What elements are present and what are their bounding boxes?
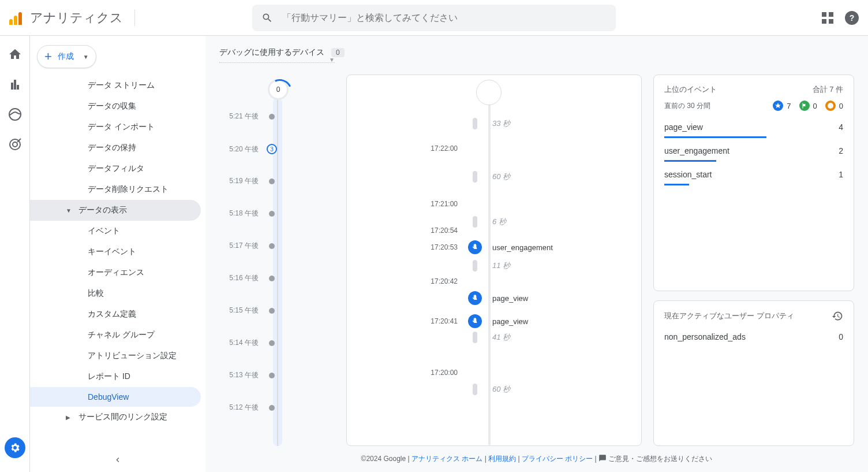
history-icon[interactable] xyxy=(832,310,843,322)
seconds-current-circle[interactable] xyxy=(476,80,502,105)
apps-icon[interactable] xyxy=(822,12,833,24)
minute-row[interactable]: 5:20 午後3 xyxy=(219,144,335,154)
minute-row[interactable]: 5:21 午後 xyxy=(219,112,335,121)
debugview-content: デバッグに使用するデバイス 0 ▼ 0 5:21 午後5:20 午後35:19 … xyxy=(205,36,868,472)
badge-events[interactable]: 7 xyxy=(773,101,791,111)
chevron-left-icon xyxy=(113,455,122,464)
divider xyxy=(134,10,135,26)
product-name: アナリティクス xyxy=(30,9,123,27)
sidebar-item[interactable]: アトリビューション設定 xyxy=(30,345,201,366)
sidebar-item[interactable]: チャネル グループ xyxy=(30,325,201,345)
sidebar-item[interactable]: オーディエンス xyxy=(30,262,201,283)
badge-errors[interactable]: 0 xyxy=(825,101,843,111)
search-container[interactable] xyxy=(252,5,616,31)
feedback-link[interactable]: ご意見・ご感想をお送りください xyxy=(608,455,712,463)
sidebar-item[interactable]: データフィルタ xyxy=(30,158,201,179)
seconds-event[interactable]: 17:20:53user_engagement xyxy=(347,240,641,254)
seconds-gap: 6 秒 xyxy=(347,216,641,228)
minute-time-label: 5:15 午後 xyxy=(219,306,265,315)
event-marker-icon xyxy=(468,314,482,328)
top-event-row[interactable]: user_engagement2 xyxy=(664,143,843,159)
minute-dot xyxy=(269,276,275,281)
explore-icon[interactable] xyxy=(8,107,22,121)
event-marker-icon xyxy=(468,291,482,305)
minute-time-label: 5:12 午後 xyxy=(219,403,265,412)
admin-gear-button[interactable] xyxy=(5,437,25,458)
sidebar-item[interactable]: レポート ID xyxy=(30,366,201,387)
minute-dot xyxy=(269,179,275,184)
footer: ©2024 Google | アナリティクス ホーム | 利用規約 | プライバ… xyxy=(219,446,854,472)
collapse-sidebar-button[interactable] xyxy=(30,449,205,472)
home-icon[interactable] xyxy=(8,47,22,61)
minute-row[interactable]: 5:15 午後 xyxy=(219,306,335,315)
sidebar-item[interactable]: データ削除リクエスト xyxy=(30,179,201,200)
sidebar-item[interactable]: DebugView xyxy=(30,387,201,407)
footer-link-privacy[interactable]: プライバシー ポリシー xyxy=(522,455,593,463)
sidebar-item[interactable]: 比較 xyxy=(30,283,201,304)
minute-row[interactable]: 5:12 午後 xyxy=(219,403,335,412)
sidebar-item-services-link[interactable]: ▶サービス間のリンク設定 xyxy=(30,407,201,428)
seconds-event[interactable]: 17:20:41page_view xyxy=(347,314,641,328)
nav-rail xyxy=(0,36,30,472)
search-icon xyxy=(261,12,273,24)
settings-sidebar: + 作成 ▼ データ ストリームデータの収集データ インポートデータの保持データ… xyxy=(30,36,205,472)
minute-dot xyxy=(269,308,275,314)
seconds-time-marker: 17:20:00 xyxy=(347,369,641,377)
minute-row[interactable]: 5:18 午後 xyxy=(219,209,335,218)
minute-dot xyxy=(269,211,275,217)
minute-current-circle[interactable]: 0 xyxy=(268,79,289,100)
chevron-right-icon: ▶ xyxy=(66,414,70,421)
minute-timeline: 0 5:21 午後5:20 午後35:19 午後5:18 午後5:17 午後5:… xyxy=(219,75,335,446)
sidebar-item[interactable]: データの保持 xyxy=(30,137,201,158)
minute-time-label: 5:14 午後 xyxy=(219,338,265,348)
plus-icon: + xyxy=(44,49,52,64)
flag-badge-icon xyxy=(799,101,810,111)
seconds-gap: 11 秒 xyxy=(347,260,641,272)
minute-time-label: 5:17 午後 xyxy=(219,241,265,251)
feedback-icon xyxy=(598,454,607,462)
sidebar-item[interactable]: データ ストリーム xyxy=(30,75,201,96)
minute-dot xyxy=(269,114,275,120)
user-property-row[interactable]: non_personalized_ads0 xyxy=(664,330,843,344)
minute-row[interactable]: 5:16 午後 xyxy=(219,273,335,283)
svg-point-3 xyxy=(828,103,833,109)
minute-row[interactable]: 5:19 午後 xyxy=(219,176,335,186)
reports-icon[interactable] xyxy=(8,77,22,91)
sidebar-item[interactable]: カスタム定義 xyxy=(30,304,201,325)
create-button[interactable]: + 作成 ▼ xyxy=(37,45,96,68)
seconds-gap: 60 秒 xyxy=(347,171,641,183)
top-events-title: 上位のイベント xyxy=(664,84,717,95)
minute-time-label: 5:13 午後 xyxy=(219,370,265,380)
top-event-row[interactable]: page_view4 xyxy=(664,119,843,135)
seconds-timeline-card: 33 秒17:22:0060 秒17:21:006 秒17:20:5417:20… xyxy=(346,75,642,446)
debug-device-dropdown[interactable]: ▼ xyxy=(219,62,335,63)
seconds-gap: 60 秒 xyxy=(347,384,641,395)
seconds-event[interactable]: page_view xyxy=(347,291,641,305)
search-input[interactable] xyxy=(282,13,607,23)
minute-time-label: 5:16 午後 xyxy=(219,273,265,283)
error-badge-icon xyxy=(825,101,836,111)
user-properties-card: 現在アクティブなユーザー プロパティ non_personalized_ads0 xyxy=(653,300,854,446)
minute-row[interactable]: 5:13 午後 xyxy=(219,370,335,380)
debug-device-label: デバッグに使用するデバイス xyxy=(219,47,324,58)
seconds-gap: 33 秒 xyxy=(347,118,641,129)
footer-link-home[interactable]: アナリティクス ホーム xyxy=(411,455,482,463)
sidebar-item[interactable]: イベント xyxy=(30,221,201,241)
app-header: アナリティクス ? xyxy=(0,0,868,36)
minute-row[interactable]: 5:14 午後 xyxy=(219,338,335,348)
sidebar-item[interactable]: データの収集 xyxy=(30,96,201,117)
advertising-icon[interactable] xyxy=(8,137,22,151)
logo[interactable]: アナリティクス xyxy=(9,9,123,27)
chevron-down-icon: ▼ xyxy=(66,207,72,214)
badge-conversions[interactable]: 0 xyxy=(799,101,817,111)
top-event-row[interactable]: session_start1 xyxy=(664,166,843,183)
sidebar-item[interactable]: キーイベント xyxy=(30,241,201,262)
minute-dot xyxy=(269,243,275,249)
sidebar-item[interactable]: データ インポート xyxy=(30,117,201,137)
debug-device-count: 0 xyxy=(331,48,345,57)
sidebar-group-data-display[interactable]: ▼データの表示 xyxy=(30,200,201,221)
help-icon[interactable]: ? xyxy=(845,11,859,25)
minute-row[interactable]: 5:17 午後 xyxy=(219,241,335,251)
seconds-time-marker: 17:22:00 xyxy=(347,144,641,153)
footer-link-terms[interactable]: 利用規約 xyxy=(488,455,516,463)
